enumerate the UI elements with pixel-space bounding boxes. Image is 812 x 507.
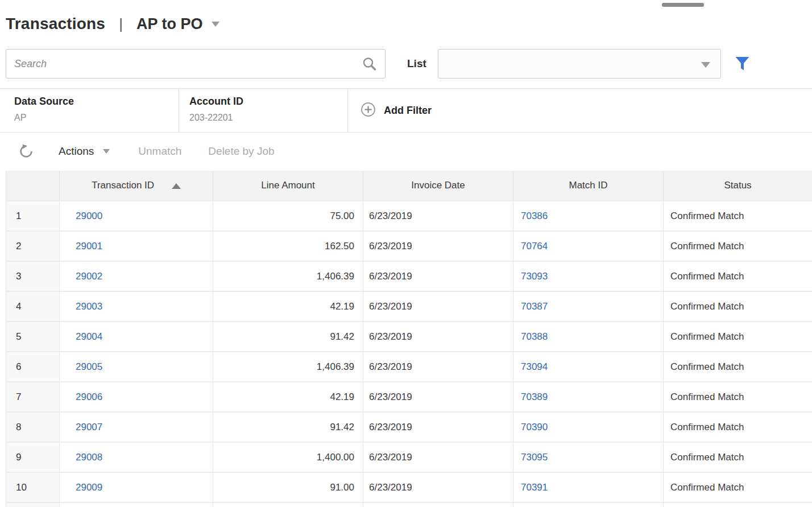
line-amount-cell: 42.19 [213,291,363,321]
match-id-cell: 70388 [513,321,664,352]
unmatch-button[interactable]: Unmatch [138,145,181,158]
header-transaction-id[interactable]: Transaction ID [60,171,213,201]
row-number[interactable]: 3 [6,261,60,291]
invoice-date-cell: 6/23/2019 [363,472,513,502]
search-icon[interactable] [362,56,378,75]
status-cell: Confirmed Match [664,231,812,261]
transaction-id-link[interactable]: 29002 [76,271,102,282]
transactions-table: Transaction ID Line Amount Invoice Date … [6,171,812,507]
match-id-link[interactable]: 73093 [521,271,548,282]
header-line-amount[interactable]: Line Amount [213,171,363,201]
match-id-cell: 73094 [513,352,664,382]
table-row: 3290021,406.396/23/201973093Confirmed Ma… [6,261,812,291]
transaction-id-cell: 29001 [60,231,213,261]
sort-ascending-icon [172,183,181,189]
invoice-date-cell: 6/23/2019 [363,442,513,472]
match-id-link[interactable]: 70390 [521,422,548,432]
transaction-id-link[interactable]: 29009 [76,482,102,493]
search-row: List [0,49,812,79]
add-filter-label: Add Filter [384,105,432,117]
row-number[interactable]: 10 [6,472,60,502]
match-id-link[interactable]: 70388 [521,331,548,342]
chevron-down-icon[interactable] [212,22,219,27]
filter-label: Account ID [189,96,347,108]
view-selector[interactable]: AP to PO [136,15,203,33]
invoice-date-cell: 6/23/2019 [363,201,513,231]
match-id-link[interactable]: 70386 [521,211,548,221]
empty-cell [363,502,513,507]
search-input[interactable] [6,49,386,79]
header-status[interactable]: Status [664,171,812,201]
header-match-id[interactable]: Match ID [513,171,664,201]
empty-cell [513,502,664,507]
page-header: Transactions | AP to PO [6,15,219,33]
match-id-link[interactable]: 70389 [521,391,548,402]
transaction-id-cell: 29006 [60,382,213,412]
add-filter-button[interactable]: Add Filter [348,89,812,132]
match-id-cell: 73095 [513,442,664,472]
transaction-id-cell: 29002 [60,261,213,291]
match-id-link[interactable]: 73095 [521,452,548,463]
chevron-down-icon [103,149,110,154]
search-box [6,49,386,79]
row-number[interactable]: 8 [6,412,60,442]
header-row-number [6,171,60,201]
table-row: 12900075.006/23/201970386Confirmed Match [6,201,812,231]
row-number[interactable]: 2 [6,231,60,261]
transaction-id-link[interactable]: 29008 [76,452,102,463]
transaction-id-cell: 29004 [60,321,213,352]
row-number[interactable]: 7 [6,382,60,412]
window-drag-handle [662,3,704,7]
line-amount-cell: 75.00 [213,201,363,231]
filter-funnel-icon[interactable] [735,56,750,73]
line-amount-cell: 42.19 [213,382,363,412]
table-row: 6290051,406.396/23/201973094Confirmed Ma… [6,352,812,382]
filter-value: 203-22201 [189,113,347,123]
row-number[interactable]: 5 [6,321,60,352]
line-amount-cell: 1,406.39 [213,261,363,291]
line-amount-cell: 91.00 [213,472,363,502]
empty-cell [6,502,60,507]
filter-chip-data-source[interactable]: Data Source AP [0,89,179,132]
table-toolbar: Actions Unmatch Delete by Job [0,133,812,170]
transaction-id-cell: 29009 [60,472,213,502]
table-row: 42900342.196/23/201970387Confirmed Match [6,291,812,321]
title-separator: | [119,15,123,33]
row-number[interactable]: 9 [6,442,60,472]
refresh-icon[interactable] [19,144,34,159]
transaction-id-link[interactable]: 29005 [76,361,102,372]
transaction-id-link[interactable]: 29000 [76,211,102,221]
status-cell: Confirmed Match [664,321,812,352]
invoice-date-cell: 6/23/2019 [363,291,513,321]
transaction-id-link[interactable]: 29007 [76,422,102,432]
row-number[interactable]: 1 [6,201,60,231]
match-id-link[interactable]: 70764 [521,241,548,252]
transaction-id-link[interactable]: 29003 [76,301,102,312]
status-cell: Confirmed Match [664,382,812,412]
invoice-date-cell: 6/23/2019 [363,321,513,352]
row-number[interactable]: 4 [6,291,60,321]
match-id-link[interactable]: 70387 [521,301,548,312]
list-dropdown[interactable] [438,49,721,79]
actions-label: Actions [59,145,94,158]
transaction-id-link[interactable]: 29001 [76,241,102,252]
transaction-id-link[interactable]: 29006 [76,391,102,402]
transaction-id-cell: 29008 [60,442,213,472]
transactions-page: Transactions | AP to PO List [0,0,812,507]
filter-label: Data Source [14,96,179,108]
line-amount-cell: 1,406.39 [213,352,363,382]
actions-menu-button[interactable]: Actions [59,145,110,158]
transaction-id-link[interactable]: 29004 [76,331,102,342]
match-id-cell: 70389 [513,382,664,412]
row-number[interactable]: 6 [6,352,60,382]
empty-cell [60,502,213,507]
status-cell: Confirmed Match [664,352,812,382]
match-id-link[interactable]: 70391 [521,482,548,493]
line-amount-cell: 91.42 [213,412,363,442]
header-invoice-date[interactable]: Invoice Date [363,171,513,201]
filter-chip-account-id[interactable]: Account ID 203-22201 [179,89,348,132]
line-amount-cell: 91.42 [213,321,363,352]
header-transaction-id-label: Transaction ID [92,180,154,191]
delete-by-job-button[interactable]: Delete by Job [208,145,274,158]
match-id-link[interactable]: 73094 [521,361,548,372]
